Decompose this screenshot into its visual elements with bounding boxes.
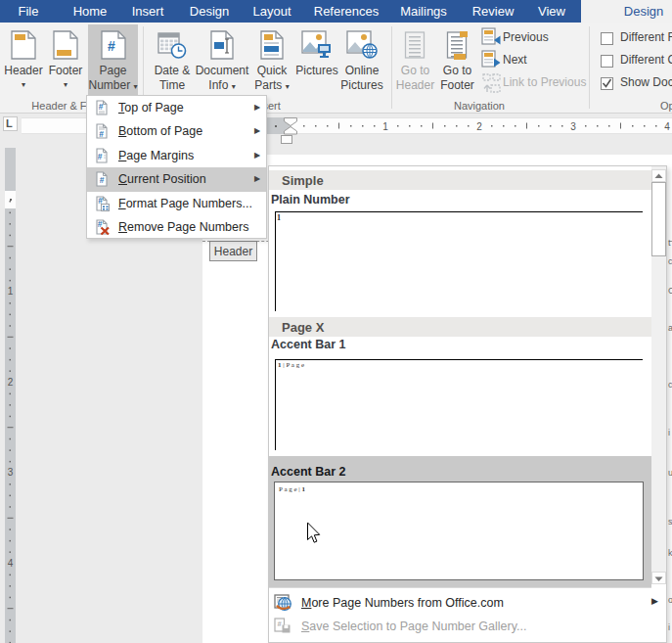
svg-text:2: 2: [8, 377, 14, 388]
svg-text:1: 1: [8, 286, 14, 297]
svg-text:4: 4: [664, 121, 670, 132]
svg-text:#: #: [98, 151, 103, 161]
svg-text:2: 2: [476, 121, 482, 132]
svg-text:#: #: [100, 175, 105, 185]
svg-text:3: 3: [570, 121, 576, 132]
svg-text:#: #: [108, 38, 115, 54]
svg-text:3: 3: [8, 467, 14, 478]
svg-text:4: 4: [8, 558, 14, 569]
svg-text:#: #: [99, 129, 104, 139]
svg-text:#: #: [99, 101, 104, 111]
svg-text:1: 1: [382, 121, 388, 132]
